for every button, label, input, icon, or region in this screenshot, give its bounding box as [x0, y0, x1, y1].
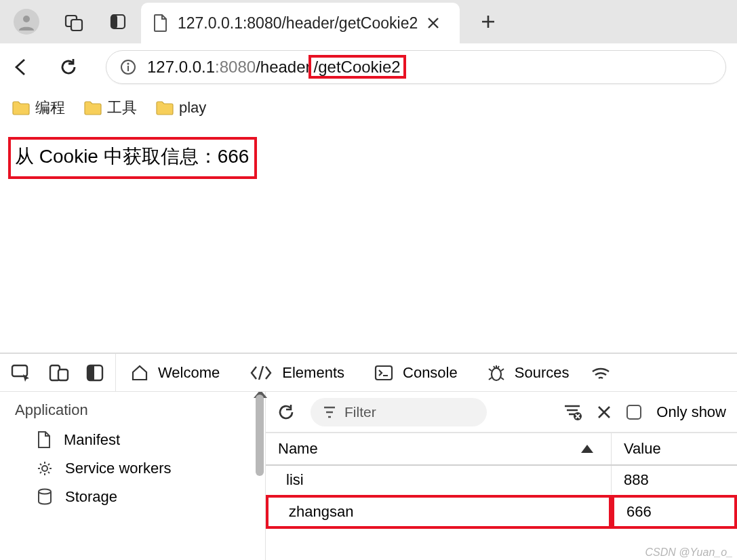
bug-icon: [487, 364, 505, 382]
page-icon: [153, 14, 168, 32]
database-icon: [37, 488, 53, 506]
devtools-sidebar: Application Manifest Service workers Sto…: [0, 392, 266, 560]
code-icon: [250, 365, 273, 381]
sort-asc-icon: [581, 445, 593, 453]
svg-rect-8: [12, 365, 27, 376]
svg-rect-13: [376, 366, 392, 380]
titlebar-left: [0, 0, 141, 43]
url-port: :8080: [215, 58, 256, 76]
tab-label: Welcome: [158, 364, 220, 382]
tab-title: 127.0.0.1:8080/header/getCookie2: [178, 14, 418, 33]
devtools-tab-sources[interactable]: Sources: [473, 354, 584, 391]
bookmark-label: 工具: [107, 98, 137, 118]
table-row[interactable]: lisi 888: [266, 466, 737, 495]
svg-point-6: [127, 62, 129, 64]
devtools-tab-welcome[interactable]: Welcome: [116, 354, 235, 391]
only-show-label: Only show: [656, 403, 726, 421]
th-label: Value: [624, 440, 661, 457]
svg-point-14: [492, 368, 501, 380]
bookmarks-bar: 编程 工具 play: [0, 91, 737, 125]
devtools-tab-console[interactable]: Console: [359, 354, 473, 391]
tab-actions-icon[interactable]: [108, 12, 127, 31]
back-button[interactable]: [11, 57, 31, 77]
tab-label: Elements: [282, 364, 344, 382]
wifi-icon: [591, 365, 611, 381]
svg-rect-12: [87, 365, 94, 380]
devtools-panel: Welcome Elements Console Sources Applica…: [0, 353, 737, 560]
th-name[interactable]: Name: [266, 433, 612, 464]
bookmark-label: 编程: [35, 98, 65, 118]
bookmark-label: play: [179, 99, 206, 117]
svg-rect-10: [58, 369, 68, 380]
filter-input[interactable]: Filter: [311, 398, 487, 426]
cookie-message-highlight: 从 Cookie 中获取信息：666: [8, 137, 257, 179]
cell-value: 666: [612, 495, 737, 529]
folder-icon: [156, 100, 174, 115]
toolbar: 127.0.0.1:8080/header/getCookie2: [0, 43, 737, 91]
folder-icon: [12, 100, 30, 115]
th-value[interactable]: Value: [612, 433, 737, 464]
url-path1: /header: [256, 58, 311, 76]
svg-point-16: [39, 489, 51, 494]
file-icon: [37, 431, 52, 449]
th-label: Name: [278, 440, 318, 458]
workspaces-icon[interactable]: [64, 12, 84, 32]
svg-rect-2: [71, 20, 82, 31]
cookies-toolbar: Filter Only show: [266, 392, 737, 433]
tab-label: Console: [403, 364, 458, 382]
bookmark-folder-3[interactable]: play: [156, 99, 206, 117]
bookmark-folder-2[interactable]: 工具: [84, 98, 137, 118]
scrollbar-thumb[interactable]: [256, 395, 264, 476]
person-icon: [18, 13, 35, 31]
tab-label: Sources: [515, 364, 570, 382]
browser-tab[interactable]: 127.0.0.1:8080/header/getCookie2: [141, 3, 460, 43]
devtools-tab-elements[interactable]: Elements: [235, 354, 359, 391]
sidebar-heading: Application: [0, 392, 265, 426]
table-row-highlight[interactable]: zhangsan 666: [266, 495, 737, 529]
sidebar-item-label: Service workers: [65, 460, 171, 477]
cell-value: 888: [612, 466, 737, 494]
svg-rect-4: [111, 15, 117, 28]
sidebar-item-storage[interactable]: Storage: [0, 483, 265, 511]
folder-icon: [84, 100, 102, 115]
gear-icon: [37, 460, 53, 477]
sidebar-item-service-workers[interactable]: Service workers: [0, 454, 265, 483]
sidebar-item-manifest[interactable]: Manifest: [0, 426, 265, 454]
cell-name: zhangsan: [266, 495, 612, 529]
url-path2-highlight: /getCookie2: [308, 55, 406, 79]
refresh-button[interactable]: [58, 57, 79, 77]
url-text: 127.0.0.1:8080/header/getCookie2: [147, 58, 406, 77]
filter-placeholder: Filter: [344, 404, 376, 420]
only-show-checkbox[interactable]: [626, 405, 641, 420]
device-toggle-icon[interactable]: [49, 363, 69, 382]
console-icon: [374, 365, 393, 381]
devtools-tab-more[interactable]: [584, 354, 626, 391]
sidebar-item-label: Storage: [65, 488, 117, 506]
svg-point-15: [42, 466, 47, 471]
refresh-cookies-button[interactable]: [277, 403, 296, 422]
home-icon: [131, 364, 148, 382]
table-header: Name Value: [266, 433, 737, 466]
devtools-tabbar: Welcome Elements Console Sources: [0, 354, 737, 392]
page-body: 从 Cookie 中获取信息：666: [0, 125, 737, 191]
svg-point-0: [23, 16, 30, 22]
inspect-icon[interactable]: [11, 363, 33, 382]
site-info-icon[interactable]: [120, 59, 136, 75]
address-bar[interactable]: 127.0.0.1:8080/header/getCookie2: [106, 50, 726, 84]
profile-avatar[interactable]: [14, 9, 39, 35]
cell-name: lisi: [266, 466, 612, 494]
panel-toggle-icon[interactable]: [85, 363, 104, 382]
new-tab-button[interactable]: [480, 14, 496, 30]
new-tab-area: [460, 0, 737, 43]
url-host: 127.0.0.1: [147, 58, 215, 76]
filter-icon: [323, 406, 336, 418]
bookmark-folder-1[interactable]: 编程: [12, 98, 65, 118]
close-tab-icon[interactable]: [427, 17, 439, 29]
clear-filter-icon[interactable]: [563, 404, 582, 420]
sidebar-item-label: Manifest: [64, 431, 120, 449]
svg-rect-7: [127, 66, 129, 71]
devtools-main: Filter Only show Name Value: [266, 392, 737, 560]
watermark: CSDN @Yuan_o_: [645, 546, 734, 559]
clear-all-icon[interactable]: [597, 405, 612, 420]
browser-titlebar: 127.0.0.1:8080/header/getCookie2: [0, 0, 737, 43]
